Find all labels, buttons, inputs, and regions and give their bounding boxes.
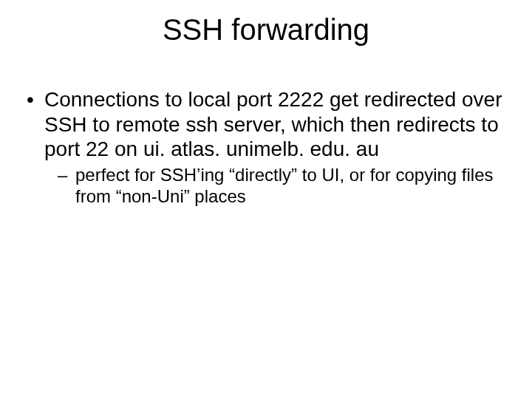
bullet-list: Connections to local port 2222 get redir… [22, 87, 502, 207]
sub-bullet-item: perfect for SSH’ing “directly” to UI, or… [55, 165, 502, 208]
slide-title: SSH forwarding [0, 13, 532, 47]
bullet-text: Connections to local port 2222 get redir… [44, 88, 502, 160]
sub-bullet-list: perfect for SSH’ing “directly” to UI, or… [44, 165, 502, 208]
bullet-item: Connections to local port 2222 get redir… [22, 87, 502, 207]
slide: SSH forwarding Connections to local port… [0, 0, 532, 399]
sub-bullet-text: perfect for SSH’ing “directly” to UI, or… [75, 165, 494, 206]
slide-body: Connections to local port 2222 get redir… [22, 87, 502, 211]
